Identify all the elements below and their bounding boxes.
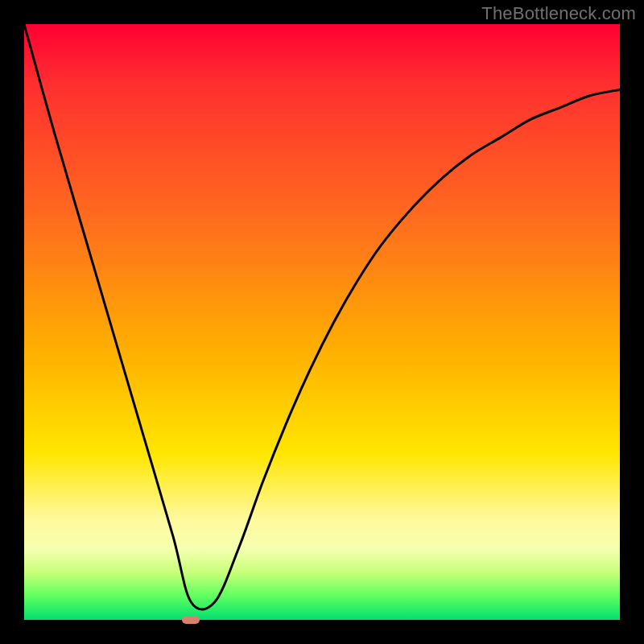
bottleneck-curve — [24, 24, 620, 620]
minimum-marker — [182, 616, 200, 624]
watermark-text: TheBottleneck.com — [481, 3, 636, 24]
plot-area — [24, 24, 620, 620]
chart-frame: TheBottleneck.com — [0, 0, 644, 644]
